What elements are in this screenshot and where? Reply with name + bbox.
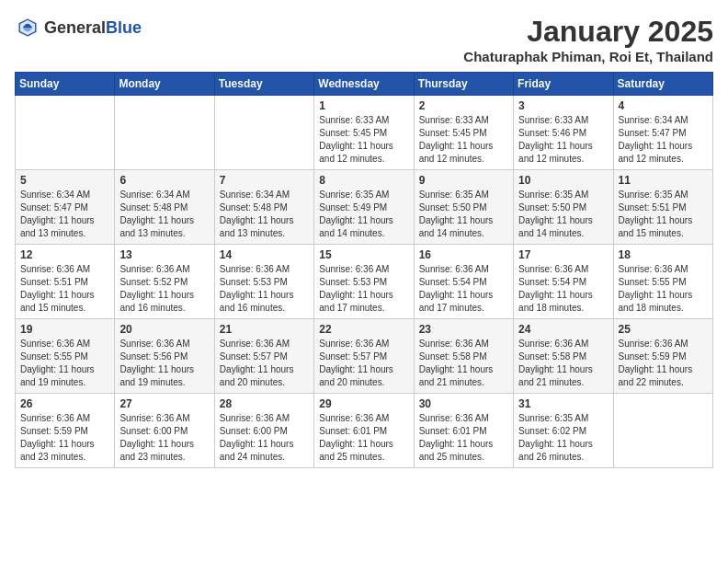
weekday-header-monday: Monday (115, 73, 214, 96)
calendar-cell (214, 96, 313, 170)
day-number: 11 (619, 174, 708, 187)
calendar-cell: 13Sunrise: 6:36 AM Sunset: 5:52 PM Dayli… (115, 245, 214, 319)
calendar-cell: 10Sunrise: 6:35 AM Sunset: 5:50 PM Dayli… (514, 170, 613, 245)
weekday-header-thursday: Thursday (414, 73, 513, 96)
calendar-cell: 20Sunrise: 6:36 AM Sunset: 5:56 PM Dayli… (115, 319, 214, 394)
day-info: Sunrise: 6:36 AM Sunset: 6:01 PM Dayligh… (419, 412, 508, 464)
calendar-cell: 31Sunrise: 6:35 AM Sunset: 6:02 PM Dayli… (514, 394, 613, 468)
day-info: Sunrise: 6:35 AM Sunset: 6:02 PM Dayligh… (518, 412, 608, 464)
calendar-cell: 23Sunrise: 6:36 AM Sunset: 5:58 PM Dayli… (414, 319, 513, 394)
calendar-cell: 24Sunrise: 6:36 AM Sunset: 5:58 PM Dayli… (514, 319, 613, 394)
day-number: 29 (319, 397, 408, 410)
day-info: Sunrise: 6:36 AM Sunset: 5:59 PM Dayligh… (20, 412, 109, 464)
calendar-cell: 25Sunrise: 6:36 AM Sunset: 5:59 PM Dayli… (613, 319, 712, 394)
calendar-cell: 27Sunrise: 6:36 AM Sunset: 6:00 PM Dayli… (115, 394, 214, 468)
day-info: Sunrise: 6:36 AM Sunset: 5:59 PM Dayligh… (619, 338, 708, 389)
day-number: 26 (20, 397, 109, 410)
day-number: 19 (20, 323, 109, 336)
calendar-week-3: 12Sunrise: 6:36 AM Sunset: 5:51 PM Dayli… (16, 245, 713, 319)
day-number: 25 (619, 323, 708, 336)
calendar-week-1: 1Sunrise: 6:33 AM Sunset: 5:45 PM Daylig… (16, 96, 713, 170)
day-number: 14 (220, 248, 309, 261)
logo-icon (15, 15, 40, 40)
weekday-header-friday: Friday (514, 73, 613, 96)
calendar-cell: 26Sunrise: 6:36 AM Sunset: 5:59 PM Dayli… (16, 394, 115, 468)
day-number: 2 (419, 99, 508, 112)
day-info: Sunrise: 6:36 AM Sunset: 5:55 PM Dayligh… (619, 263, 708, 315)
calendar-cell: 15Sunrise: 6:36 AM Sunset: 5:53 PM Dayli… (314, 245, 414, 319)
calendar-cell: 22Sunrise: 6:36 AM Sunset: 5:57 PM Dayli… (314, 319, 414, 394)
calendar-cell (613, 394, 712, 468)
day-info: Sunrise: 6:36 AM Sunset: 5:51 PM Dayligh… (20, 263, 109, 315)
calendar-cell: 29Sunrise: 6:36 AM Sunset: 6:01 PM Dayli… (314, 394, 414, 468)
day-number: 31 (518, 397, 608, 410)
day-info: Sunrise: 6:35 AM Sunset: 5:50 PM Dayligh… (518, 189, 608, 240)
day-info: Sunrise: 6:36 AM Sunset: 5:57 PM Dayligh… (220, 338, 309, 389)
calendar-cell: 2Sunrise: 6:33 AM Sunset: 5:45 PM Daylig… (414, 96, 513, 170)
calendar-cell: 4Sunrise: 6:34 AM Sunset: 5:47 PM Daylig… (613, 96, 712, 170)
day-info: Sunrise: 6:36 AM Sunset: 6:00 PM Dayligh… (119, 412, 209, 464)
day-info: Sunrise: 6:34 AM Sunset: 5:47 PM Dayligh… (20, 189, 109, 240)
day-info: Sunrise: 6:33 AM Sunset: 5:46 PM Dayligh… (518, 114, 608, 166)
day-number: 4 (619, 99, 708, 112)
day-number: 16 (419, 248, 508, 261)
calendar-cell: 17Sunrise: 6:36 AM Sunset: 5:54 PM Dayli… (514, 245, 613, 319)
weekday-header-saturday: Saturday (613, 73, 712, 96)
day-info: Sunrise: 6:35 AM Sunset: 5:50 PM Dayligh… (419, 189, 508, 240)
day-number: 5 (20, 174, 109, 187)
day-number: 27 (119, 397, 209, 410)
month-title: January 2025 (463, 15, 713, 49)
calendar-table: SundayMondayTuesdayWednesdayThursdayFrid… (15, 72, 713, 468)
weekday-header-tuesday: Tuesday (214, 73, 313, 96)
day-number: 24 (518, 323, 608, 336)
calendar-cell: 30Sunrise: 6:36 AM Sunset: 6:01 PM Dayli… (414, 394, 513, 468)
day-number: 9 (419, 174, 508, 187)
day-number: 23 (419, 323, 508, 336)
calendar-cell: 9Sunrise: 6:35 AM Sunset: 5:50 PM Daylig… (414, 170, 513, 245)
day-info: Sunrise: 6:36 AM Sunset: 5:55 PM Dayligh… (20, 338, 109, 389)
day-info: Sunrise: 6:36 AM Sunset: 5:58 PM Dayligh… (419, 338, 508, 389)
calendar-cell: 1Sunrise: 6:33 AM Sunset: 5:45 PM Daylig… (314, 96, 414, 170)
day-number: 18 (619, 248, 708, 261)
day-number: 7 (220, 174, 309, 187)
day-info: Sunrise: 6:36 AM Sunset: 5:52 PM Dayligh… (119, 263, 209, 315)
day-info: Sunrise: 6:36 AM Sunset: 5:53 PM Dayligh… (319, 263, 408, 315)
calendar-week-5: 26Sunrise: 6:36 AM Sunset: 5:59 PM Dayli… (16, 394, 713, 468)
day-info: Sunrise: 6:34 AM Sunset: 5:48 PM Dayligh… (119, 189, 209, 240)
calendar-cell: 12Sunrise: 6:36 AM Sunset: 5:51 PM Dayli… (16, 245, 115, 319)
calendar-cell: 16Sunrise: 6:36 AM Sunset: 5:54 PM Dayli… (414, 245, 513, 319)
calendar-week-4: 19Sunrise: 6:36 AM Sunset: 5:55 PM Dayli… (16, 319, 713, 394)
day-number: 30 (419, 397, 508, 410)
calendar-cell: 8Sunrise: 6:35 AM Sunset: 5:49 PM Daylig… (314, 170, 414, 245)
day-number: 10 (518, 174, 608, 187)
day-number: 17 (518, 248, 608, 261)
day-number: 12 (20, 248, 109, 261)
day-number: 6 (119, 174, 209, 187)
day-number: 28 (220, 397, 309, 410)
weekday-header-sunday: Sunday (16, 73, 115, 96)
day-number: 13 (119, 248, 209, 261)
calendar-cell: 5Sunrise: 6:34 AM Sunset: 5:47 PM Daylig… (16, 170, 115, 245)
logo-text-blue: Blue (106, 18, 142, 37)
day-info: Sunrise: 6:34 AM Sunset: 5:48 PM Dayligh… (220, 189, 309, 240)
day-number: 22 (319, 323, 408, 336)
logo: GeneralBlue (15, 15, 142, 40)
calendar-cell: 11Sunrise: 6:35 AM Sunset: 5:51 PM Dayli… (613, 170, 712, 245)
calendar-cell: 14Sunrise: 6:36 AM Sunset: 5:53 PM Dayli… (214, 245, 313, 319)
day-number: 8 (319, 174, 408, 187)
calendar-cell (16, 96, 115, 170)
calendar-cell: 18Sunrise: 6:36 AM Sunset: 5:55 PM Dayli… (613, 245, 712, 319)
calendar-cell: 28Sunrise: 6:36 AM Sunset: 6:00 PM Dayli… (214, 394, 313, 468)
calendar-cell: 19Sunrise: 6:36 AM Sunset: 5:55 PM Dayli… (16, 319, 115, 394)
day-info: Sunrise: 6:36 AM Sunset: 5:56 PM Dayligh… (119, 338, 209, 389)
day-info: Sunrise: 6:36 AM Sunset: 5:54 PM Dayligh… (518, 263, 608, 315)
day-number: 15 (319, 248, 408, 261)
location-title: Chaturaphak Phiman, Roi Et, Thailand (463, 49, 713, 64)
day-info: Sunrise: 6:36 AM Sunset: 5:53 PM Dayligh… (220, 263, 309, 315)
day-info: Sunrise: 6:35 AM Sunset: 5:51 PM Dayligh… (619, 189, 708, 240)
page-header: GeneralBlue January 2025 Chaturaphak Phi… (15, 15, 713, 64)
day-number: 1 (319, 99, 408, 112)
day-number: 21 (220, 323, 309, 336)
logo-text-general: General (44, 18, 106, 37)
day-info: Sunrise: 6:34 AM Sunset: 5:47 PM Dayligh… (619, 114, 708, 166)
